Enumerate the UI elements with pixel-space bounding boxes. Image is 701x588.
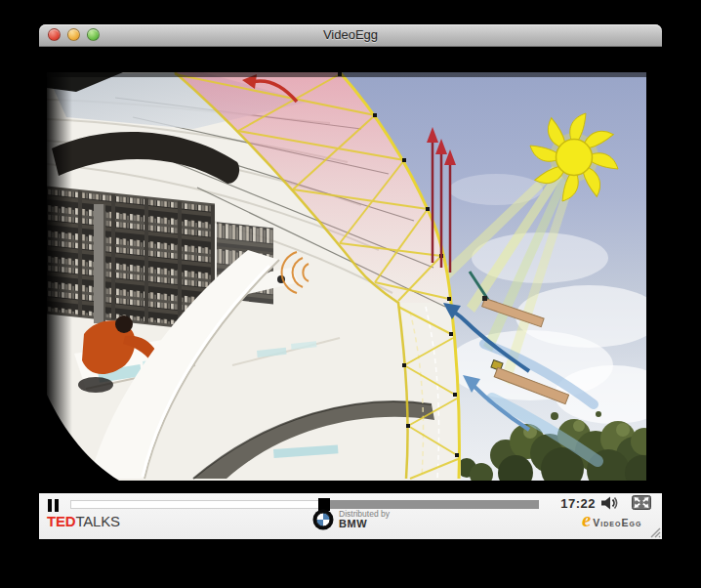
resize-grip-icon[interactable] (647, 525, 661, 538)
videoegg-egg-icon: e (582, 510, 591, 530)
pause-button[interactable] (47, 499, 60, 512)
ted-logo-text: TED (47, 513, 75, 529)
video-area[interactable] (39, 47, 662, 494)
volume-icon[interactable] (601, 496, 623, 510)
videoegg-logo[interactable]: e VideoEgg (582, 510, 641, 530)
window-titlebar[interactable]: VideoEgg (39, 24, 662, 47)
bmw-label: BMW (339, 519, 390, 529)
video-scene (47, 72, 646, 481)
videoegg-window: VideoEgg (39, 24, 662, 539)
seek-bar-played (70, 500, 320, 509)
bmw-attribution[interactable]: Distributed by BMW (312, 509, 390, 530)
bmw-roundel-icon (312, 509, 334, 530)
player-controls: 17:22 TEDTALKS (39, 493, 662, 539)
distributed-by-label: Distributed by (339, 510, 390, 519)
seek-bar[interactable] (70, 500, 539, 509)
window-title: VideoEgg (39, 27, 662, 42)
fullscreen-button[interactable] (632, 495, 651, 510)
talks-logo-text: TALKS (75, 513, 119, 529)
tedtalks-logo[interactable]: TEDTALKS (47, 513, 120, 529)
videoegg-logo-text: VideoEgg (593, 517, 641, 528)
